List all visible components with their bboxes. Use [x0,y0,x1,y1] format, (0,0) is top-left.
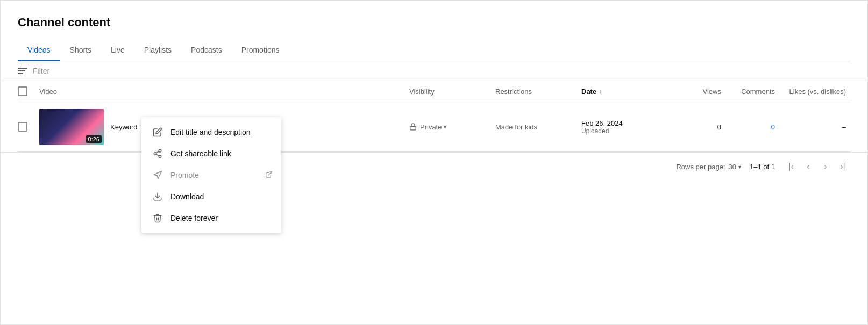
rows-per-page: Rows per page: 30 ▾ [676,163,741,171]
header-visibility: Visibility [409,88,495,96]
download-icon [152,191,163,202]
svg-line-6 [268,171,272,175]
menu-item-edit[interactable]: Edit title and description [141,121,281,143]
page-info: 1–1 of 1 [750,163,775,171]
table-row: 0:26 Keyword Tracking With SEOptimer Pri… [18,102,850,152]
svg-rect-0 [410,126,416,129]
share-icon [152,148,163,159]
views-cell: 0 [667,123,721,131]
tabs-bar: Videos Shorts Live Playlists Podcasts Pr… [18,40,850,61]
tab-live[interactable]: Live [101,40,134,61]
next-page-button[interactable]: › [818,159,833,174]
tab-playlists[interactable]: Playlists [134,40,181,61]
external-link-icon [265,171,273,180]
filter-bar: Filter [1,61,867,81]
visibility-cell: Private ▾ [409,123,495,131]
header-checkbox-cell [18,86,39,96]
prev-page-button[interactable]: ‹ [801,159,816,174]
sort-down-arrow-icon: ↓ [599,88,602,95]
header-restrictions: Restrictions [495,88,581,96]
header-date[interactable]: Date ↓ [581,88,667,96]
svg-line-5 [156,151,159,153]
select-all-checkbox[interactable] [18,86,27,96]
rows-chevron-icon: ▾ [738,164,741,170]
rows-per-page-select[interactable]: 30 ▾ [729,163,741,171]
tab-shorts[interactable]: Shorts [60,40,101,61]
table-header: Video Visibility Restrictions Date ↓ Vie… [18,81,850,102]
tab-podcasts[interactable]: Podcasts [181,40,232,61]
chevron-down-icon: ▾ [444,124,446,130]
first-page-button[interactable]: |‹ [784,159,799,174]
rows-per-page-label: Rows per page: [676,163,725,171]
visibility-dropdown[interactable]: Private ▾ [420,123,446,131]
filter-icon[interactable] [18,68,27,74]
comments-cell[interactable]: 0 [721,123,775,131]
header-video: Video [39,88,409,96]
tab-videos[interactable]: Videos [18,40,60,61]
row-checkbox-cell [18,122,39,132]
pencil-icon [152,127,163,138]
date-cell: Feb 26, 2024 Uploaded [581,119,667,135]
header-comments: Comments [721,88,775,96]
duration-badge: 0:26 [86,135,102,143]
trash-icon [152,213,163,223]
video-thumbnail: 0:26 [39,109,104,145]
menu-item-promote: Promote [141,164,281,186]
lock-icon [409,123,417,131]
svg-line-4 [156,154,159,156]
page-wrapper: Channel content Videos Shorts Live Playl… [0,0,868,325]
likes-cell: – [775,123,850,131]
menu-item-delete[interactable]: Delete forever [141,207,281,229]
page-title: Channel content [18,16,850,30]
table-area: Video Visibility Restrictions Date ↓ Vie… [1,81,867,152]
filter-label: Filter [33,67,49,75]
tab-promotions[interactable]: Promotions [232,40,289,61]
context-menu: Edit title and description Get shareable… [141,117,281,233]
restrictions-cell: Made for kids [495,123,581,131]
header-views: Views [667,88,721,96]
menu-item-share[interactable]: Get shareable link [141,143,281,164]
page-nav: |‹ ‹ › ›| [784,159,850,174]
menu-item-download[interactable]: Download [141,186,281,207]
header: Channel content Videos Shorts Live Playl… [1,1,867,61]
header-likes: Likes (vs. dislikes) [775,88,850,96]
megaphone-icon [152,170,163,180]
last-page-button[interactable]: ›| [835,159,850,174]
row-checkbox[interactable] [18,122,27,132]
pagination-bar: Rows per page: 30 ▾ 1–1 of 1 |‹ ‹ › ›| [1,152,867,180]
